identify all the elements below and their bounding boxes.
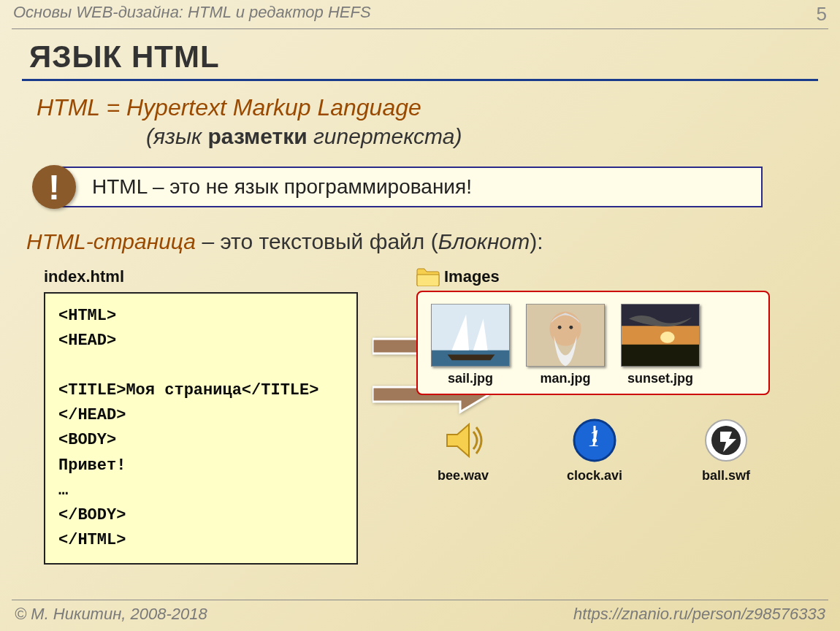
svg-point-9 [558,326,562,329]
thumb-sail: sail.jpg [431,304,510,386]
images-folder-label: Images [444,267,500,286]
footer-url: https://znanio.ru/person/z98576333 [573,605,825,624]
heading-underline [22,79,818,81]
assets-column: Images sail.jpg [416,267,770,565]
warning-callout: ! HTML – это не язык программирования! [32,165,840,209]
svg-point-10 [569,326,573,329]
thumb-sunset: sunset.jpg [621,304,700,386]
sunset-image [621,304,700,367]
asset-caption: clock.avi [567,468,622,483]
images-panel: sail.jpg man.jpg [416,291,770,395]
divider-top [12,28,828,29]
asset-ball: ball.swf [682,417,770,483]
svg-rect-13 [622,345,699,366]
page-description: HTML-страница – это текстовый файл (Блок… [26,229,840,254]
svg-marker-6 [448,355,495,361]
footer: © М. Никитин, 2008-2018 https://znanio.r… [0,600,840,631]
content-row: index.html <HTML> <HEAD> <TITLE>Моя стра… [44,267,840,565]
svg-point-14 [660,332,675,343]
thumb-man: man.jpg [526,304,605,386]
thumb-caption: sail.jpg [448,371,493,386]
topbar-title: Основы WEB-дизайна: HTML и редактор HEFS [13,3,371,26]
definition-subline: (язык разметки гипертекста) [146,124,840,149]
page-number: 5 [817,3,827,26]
thumb-caption: sunset.jpg [627,371,693,386]
clock-icon: 1 [571,417,618,464]
images-folder-row: Images [416,267,770,286]
warning-text: HTML – это не язык программирования! [61,167,763,207]
topbar: Основы WEB-дизайна: HTML и редактор HEFS… [0,0,840,26]
speaker-icon [440,417,486,464]
asset-bee: bee.wav [419,417,507,483]
code-block: <HTML> <HEAD> <TITLE>Моя страница</TITLE… [44,292,358,565]
code-filename: index.html [44,267,358,286]
asset-caption: bee.wav [438,468,489,483]
asset-clock: 1 clock.avi [551,417,638,483]
code-block-wrap: index.html <HTML> <HEAD> <TITLE>Моя стра… [44,267,358,565]
assets-row: bee.wav 1 clock.avi ball.swf [419,417,770,483]
folder-icon [416,267,440,286]
svg-point-8 [549,312,581,346]
slide-heading: Язык HTML [29,39,840,74]
asset-caption: ball.swf [702,468,750,483]
flash-icon [703,417,749,464]
sail-image [431,304,510,367]
svg-point-19 [592,438,597,443]
svg-marker-15 [447,424,469,456]
svg-rect-12 [622,326,699,347]
definition-line: HTML = Hypertext Markup Language [37,94,840,121]
exclamation-icon: ! [32,165,76,209]
thumb-caption: man.jpg [540,371,590,386]
footer-copyright: © М. Никитин, 2008-2018 [15,605,207,624]
man-image [526,304,605,367]
